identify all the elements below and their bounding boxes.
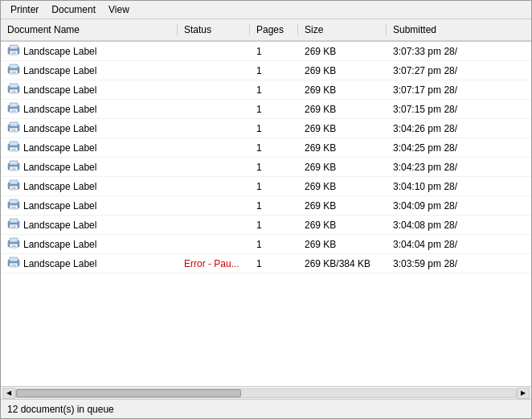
- table-row[interactable]: Landscape Label1269 KB3:04:26 pm 28/: [1, 119, 531, 138]
- doc-icon: [7, 140, 20, 155]
- svg-rect-42: [10, 205, 18, 209]
- col-header-size[interactable]: Size: [298, 23, 387, 37]
- cell-size: 269 KB/384 KB: [298, 257, 387, 271]
- cell-doc-name: Landscape Label: [1, 235, 178, 253]
- table-row[interactable]: Landscape Label1269 KB3:07:33 pm 28/: [1, 42, 531, 61]
- cell-size: 269 KB: [298, 199, 387, 213]
- table-row[interactable]: Landscape Label1269 KB3:07:15 pm 28/: [1, 100, 531, 119]
- cell-size: 269 KB: [298, 121, 387, 136]
- menubar: Printer Document View: [1, 1, 531, 19]
- cell-size: 269 KB: [298, 44, 387, 59]
- scrollbar-thumb[interactable]: [16, 389, 241, 397]
- scroll-left-button[interactable]: ◀: [2, 388, 15, 399]
- doc-name-text: Landscape Label: [23, 200, 96, 212]
- statusbar-text: 12 document(s) in queue: [7, 404, 114, 415]
- cell-pages: 1: [250, 199, 298, 213]
- svg-rect-36: [10, 180, 18, 184]
- cell-submitted: 3:04:08 pm 28/: [387, 218, 531, 232]
- table-row[interactable]: Landscape Label1269 KB3:04:04 pm 28/: [1, 235, 531, 254]
- cell-doc-name: Landscape Label: [1, 177, 178, 195]
- svg-rect-6: [10, 64, 18, 68]
- cell-pages: 1: [250, 44, 298, 59]
- svg-rect-22: [10, 128, 18, 132]
- svg-rect-32: [10, 166, 18, 170]
- table-header: Document Name Status Pages Size Submitte…: [1, 19, 531, 42]
- cell-pages: 1: [250, 237, 298, 252]
- cell-size: 269 KB: [298, 218, 387, 232]
- cell-doc-name: Landscape Label: [1, 80, 178, 99]
- svg-rect-31: [10, 161, 18, 165]
- cell-status: [178, 50, 250, 53]
- doc-icon: [7, 43, 20, 59]
- cell-status: [178, 166, 250, 169]
- horizontal-scrollbar[interactable]: [15, 388, 517, 398]
- cell-doc-name: Landscape Label: [1, 254, 178, 273]
- doc-icon: [7, 82, 20, 97]
- svg-rect-52: [10, 244, 18, 248]
- cell-size: 269 KB: [298, 64, 387, 78]
- table-row[interactable]: Landscape Label1269 KB3:04:25 pm 28/: [1, 138, 531, 158]
- cell-submitted: 3:04:09 pm 28/: [387, 199, 531, 213]
- cell-pages: 1: [250, 64, 298, 78]
- cell-status: [178, 243, 250, 246]
- scroll-right-button[interactable]: ▶: [517, 388, 530, 399]
- cell-status: [178, 224, 250, 227]
- cell-doc-name: Landscape Label: [1, 100, 178, 118]
- cell-size: 269 KB: [298, 141, 387, 155]
- doc-icon: [7, 121, 20, 136]
- cell-doc-name: Landscape Label: [1, 196, 178, 215]
- cell-status: [178, 185, 250, 188]
- doc-name-text: Landscape Label: [23, 104, 96, 115]
- cell-status: [178, 127, 250, 130]
- table-row[interactable]: Landscape Label1269 KB3:04:09 pm 28/: [1, 196, 531, 216]
- doc-icon: [7, 236, 20, 252]
- svg-rect-51: [10, 238, 18, 242]
- svg-rect-41: [10, 199, 18, 203]
- table-row[interactable]: Landscape Label1269 KB3:04:10 pm 28/: [1, 177, 531, 196]
- cell-size: 269 KB: [298, 179, 387, 194]
- doc-icon: [7, 159, 20, 175]
- doc-name-text: Landscape Label: [23, 123, 96, 134]
- cell-pages: 1: [250, 179, 298, 194]
- menu-document[interactable]: Document: [45, 2, 102, 17]
- doc-icon: [7, 256, 20, 271]
- queue-table: Document Name Status Pages Size Submitte…: [1, 19, 531, 386]
- table-row[interactable]: Landscape Label1269 KB3:07:17 pm 28/: [1, 80, 531, 100]
- cell-status: [178, 108, 250, 111]
- cell-status: [178, 69, 250, 72]
- statusbar: 12 document(s) in queue: [1, 399, 531, 418]
- doc-icon: [7, 217, 20, 232]
- svg-rect-1: [10, 45, 18, 49]
- cell-size: 269 KB: [298, 102, 387, 117]
- table-row[interactable]: Landscape Label1269 KB3:04:23 pm 28/: [1, 158, 531, 177]
- col-header-submitted[interactable]: Submitted: [387, 23, 531, 37]
- cell-submitted: 3:04:04 pm 28/: [387, 237, 531, 252]
- col-header-doc-name[interactable]: Document Name: [1, 23, 178, 37]
- doc-icon: [7, 179, 20, 194]
- cell-pages: 1: [250, 160, 298, 175]
- svg-rect-11: [10, 84, 18, 88]
- doc-name-text: Landscape Label: [23, 258, 96, 269]
- menu-printer[interactable]: Printer: [4, 2, 45, 17]
- table-row[interactable]: Landscape Label1269 KB3:07:27 pm 28/: [1, 61, 531, 80]
- col-header-status[interactable]: Status: [178, 23, 250, 37]
- svg-rect-17: [10, 109, 18, 113]
- cell-submitted: 3:04:10 pm 28/: [387, 179, 531, 194]
- doc-name-text: Landscape Label: [23, 181, 96, 192]
- doc-name-text: Landscape Label: [23, 220, 96, 231]
- cell-pages: 1: [250, 83, 298, 97]
- col-header-pages[interactable]: Pages: [250, 23, 298, 37]
- cell-doc-name: Landscape Label: [1, 61, 178, 80]
- cell-pages: 1: [250, 121, 298, 136]
- table-row[interactable]: Landscape Label1269 KB3:04:08 pm 28/: [1, 216, 531, 235]
- doc-name-text: Landscape Label: [23, 162, 96, 173]
- cell-doc-name: Landscape Label: [1, 119, 178, 138]
- menu-view[interactable]: View: [102, 2, 136, 17]
- cell-pages: 1: [250, 102, 298, 117]
- cell-size: 269 KB: [298, 160, 387, 175]
- cell-doc-name: Landscape Label: [1, 138, 178, 157]
- cell-pages: 1: [250, 141, 298, 155]
- svg-rect-57: [10, 263, 18, 267]
- table-body: Landscape Label1269 KB3:07:33 pm 28/ Lan…: [1, 42, 531, 386]
- table-row[interactable]: Landscape LabelError - Pau...1269 KB/384…: [1, 254, 531, 273]
